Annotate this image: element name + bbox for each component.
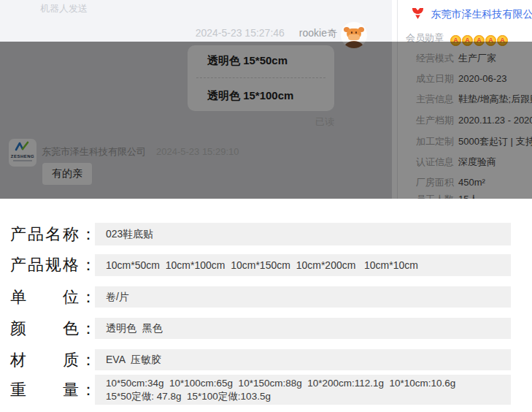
ox-eye-icon (355, 31, 357, 34)
profile-value: 15人 (458, 194, 478, 199)
spec-value-box: 10*50cm:34g 10*100cm:65g 10*150cm:88g 10… (95, 375, 511, 405)
spec-value-box: EVA 压敏胶 (95, 349, 511, 370)
profile-label: 成立日期 (416, 73, 454, 84)
bubble-divider (196, 77, 325, 78)
profile-label: 经营模式 (416, 53, 454, 64)
spec-value: EVA 压敏胶 (106, 354, 511, 367)
read-status: 已读 (188, 115, 334, 129)
spec-value: 10cm*50cm 10cm*100cm 10cm*150cm 10cm*200… (106, 259, 511, 271)
medal-label: 会员勋章 (406, 32, 444, 43)
spec-label: 重 量： (10, 375, 98, 405)
medal-icon: A (474, 35, 485, 46)
outgoing-message-bubble: 透明色 15*50cm 透明色 15*100cm (188, 45, 334, 111)
spec-value-box: 023鞋底贴 (95, 223, 511, 245)
profile-row: 主营信息鞋垫/增高垫;后跟贴 (416, 92, 532, 106)
medal-icon: A (485, 35, 496, 46)
profile-row: 厂房面积450m² (416, 175, 532, 189)
profile-label: 厂房面积 (416, 177, 454, 188)
spec-label: 材 质： (10, 349, 98, 370)
spec-value: 15*50定做: 47.8g 15*100定做:103.5g (106, 390, 511, 403)
spec-value: 卷/片 (106, 291, 511, 304)
spec-value: 023鞋底贴 (106, 228, 511, 241)
spec-label: 产品名称： (10, 223, 98, 245)
spec-value: 10*50cm:34g 10*100cm:65g 10*150cm:88g 10… (106, 377, 511, 390)
profile-row: 认证信息深度验商 (416, 155, 532, 169)
profile-label: 主营信息 (416, 94, 454, 104)
spec-label: 产品规格： (10, 254, 98, 276)
medal-list: AAAAA (450, 31, 509, 43)
spec-value-box: 卷/片 (95, 286, 511, 308)
incoming-message-meta: 东莞市泽生科技有限公司2024-5-23 15:29:10 (42, 145, 239, 159)
message-text: 透明色 15*100cm (207, 89, 293, 103)
seller-avatar[interactable]: ZESHENG (9, 139, 36, 167)
profile-value: 2020.11.23 - 2020 (458, 115, 532, 126)
zesheng-swoosh-icon (14, 141, 31, 151)
company-name-link[interactable]: 东莞市泽生科技有限公司 (431, 8, 532, 20)
company-profile-sidebar: 东莞市泽生科技有限公司 会员勋章AAAAA 经营模式生产厂家 成立日期2020-… (392, 0, 532, 199)
ox-body-icon (343, 41, 365, 48)
company-title-row[interactable]: 东莞市泽生科技有限公司 (412, 7, 532, 21)
member-medal-row: 会员勋章AAAAA (406, 31, 509, 46)
spec-label: 颜 色： (10, 318, 98, 339)
logo-slogan-line (13, 160, 32, 161)
outgoing-sender-name: rookie奇 (299, 27, 337, 39)
sidebar-divider (397, 0, 398, 199)
robot-sent-note: 机器人发送 (40, 2, 88, 15)
chat-and-profile-section: 机器人发送 2024-5-23 15:27:46rookie奇 透明色 15*5… (0, 0, 532, 199)
spec-value: 透明色 黑色 (106, 322, 511, 335)
product-spec-section: 产品名称： 023鞋底贴 产品规格： 10cm*50cm 10cm*100cm … (0, 199, 532, 412)
profile-row: 加工定制5000套起订 | 支持 (416, 134, 532, 148)
incoming-timestamp: 2024-5-23 15:29:10 (156, 146, 239, 157)
medal-icon: A (497, 35, 508, 46)
medal-icon: A (450, 35, 461, 46)
zesheng-logo-text: ZESHENG (9, 154, 36, 159)
profile-row: 成立日期2020-06-23 (416, 72, 532, 85)
outgoing-timestamp: 2024-5-23 15:27:46 (196, 27, 285, 39)
message-text: 透明色 15*50cm (207, 54, 288, 68)
incoming-sender-name: 东莞市泽生科技有限公司 (42, 146, 146, 157)
profile-label: 认证信息 (416, 156, 454, 167)
spec-value-box: 透明色 黑色 (95, 318, 511, 339)
incoming-message-bubble: 有的亲 (42, 163, 92, 185)
profile-row: 生产档期2020.11.23 - 2020 (416, 113, 532, 127)
ox-snout-icon (348, 34, 360, 40)
profile-row: 经营模式生产厂家 (416, 51, 532, 65)
1688-bull-icon (412, 7, 424, 20)
profile-row: 员工人数15人 (416, 192, 532, 199)
profile-label: 加工定制 (416, 136, 454, 147)
outgoing-message-meta: 2024-5-23 15:27:46rookie奇 (0, 26, 337, 40)
profile-value: 深度验商 (458, 156, 496, 167)
profile-value: 2020-06-23 (458, 73, 507, 84)
profile-value: 5000套起订 | 支持 (458, 136, 532, 147)
profile-label: 员工人数 (416, 194, 454, 199)
chat-panel: 机器人发送 2024-5-23 15:27:46rookie奇 透明色 15*5… (0, 0, 392, 199)
buyer-avatar[interactable] (341, 22, 367, 48)
profile-label: 生产档期 (416, 115, 454, 126)
profile-value: 450m² (458, 177, 485, 188)
spec-label: 单 位： (10, 286, 98, 308)
ox-eye-icon (351, 31, 352, 34)
profile-value: 鞋垫/增高垫;后跟贴 (458, 94, 532, 104)
profile-value: 生产厂家 (458, 53, 496, 64)
medal-icon: A (462, 35, 473, 46)
spec-value-box: 10cm*50cm 10cm*100cm 10cm*150cm 10cm*200… (95, 254, 511, 276)
